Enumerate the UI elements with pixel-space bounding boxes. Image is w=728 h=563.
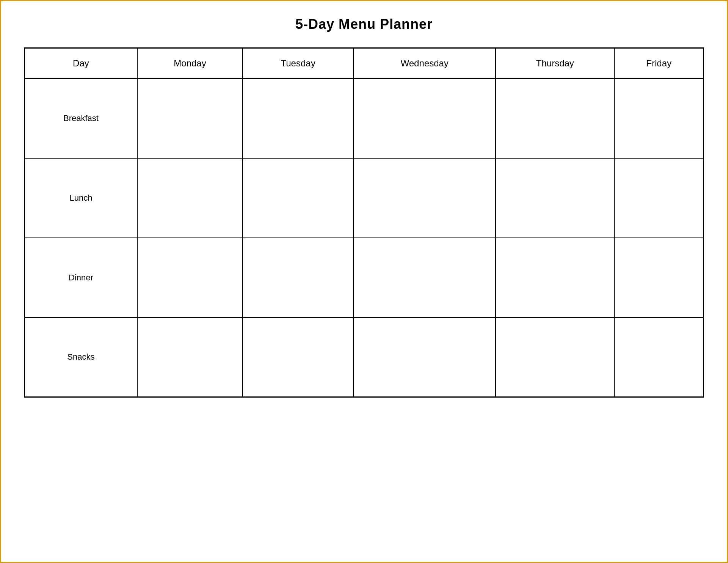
menu-planner-table: Day Monday Tuesday Wednesday Thursday Fr… [24,47,704,398]
snacks-thursday[interactable] [496,318,614,397]
lunch-monday[interactable] [137,158,243,238]
breakfast-wednesday[interactable] [353,79,496,158]
col-thursday: Thursday [496,48,614,79]
snacks-friday[interactable] [614,318,703,397]
breakfast-friday[interactable] [614,79,703,158]
snacks-tuesday[interactable] [243,318,353,397]
dinner-wednesday[interactable] [353,238,496,318]
lunch-row: Lunch [25,158,704,238]
dinner-thursday[interactable] [496,238,614,318]
snacks-wednesday[interactable] [353,318,496,397]
col-friday: Friday [614,48,703,79]
col-day: Day [25,48,137,79]
lunch-label: Lunch [25,158,137,238]
dinner-row: Dinner [25,238,704,318]
breakfast-label: Breakfast [25,79,137,158]
page-title: 5-Day Menu Planner [295,16,433,32]
breakfast-thursday[interactable] [496,79,614,158]
col-monday: Monday [137,48,243,79]
breakfast-monday[interactable] [137,79,243,158]
breakfast-row: Breakfast [25,79,704,158]
dinner-friday[interactable] [614,238,703,318]
header-row: Day Monday Tuesday Wednesday Thursday Fr… [25,48,704,79]
lunch-wednesday[interactable] [353,158,496,238]
snacks-label: Snacks [25,318,137,397]
lunch-tuesday[interactable] [243,158,353,238]
dinner-tuesday[interactable] [243,238,353,318]
lunch-friday[interactable] [614,158,703,238]
lunch-thursday[interactable] [496,158,614,238]
col-tuesday: Tuesday [243,48,353,79]
snacks-monday[interactable] [137,318,243,397]
col-wednesday: Wednesday [353,48,496,79]
dinner-monday[interactable] [137,238,243,318]
snacks-row: Snacks [25,318,704,397]
dinner-label: Dinner [25,238,137,318]
breakfast-tuesday[interactable] [243,79,353,158]
